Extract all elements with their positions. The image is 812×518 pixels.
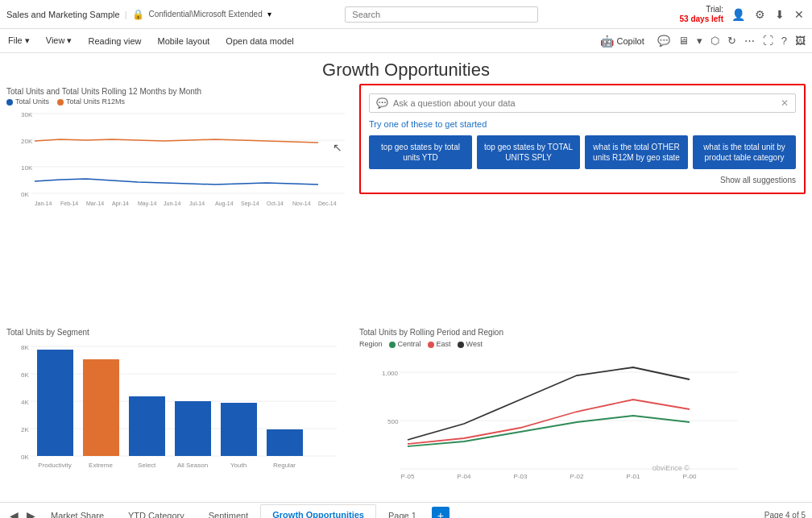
top-bar: Sales and Marketing Sample | 🔒 Confident… xyxy=(0,0,812,29)
svg-text:P-02: P-02 xyxy=(570,473,584,480)
svg-text:500: 500 xyxy=(387,418,399,425)
page-info: Page 4 of 5 xyxy=(764,511,806,518)
svg-rect-41 xyxy=(267,429,303,456)
bar-chart-title: Total Units by Segment xyxy=(6,328,353,337)
qa-suggestions: top geo states by total units YTD top ge… xyxy=(369,135,796,169)
svg-rect-39 xyxy=(221,403,257,456)
svg-text:20K: 20K xyxy=(21,138,33,145)
top-icons: 👤 ⚙ ⬇ ✕ xyxy=(730,6,806,23)
qa-show-all[interactable]: Show all suggestions xyxy=(369,176,796,184)
qa-input[interactable] xyxy=(393,98,776,108)
svg-text:Jun-14: Jun-14 xyxy=(164,201,181,206)
menu-right-icons: 💬 🖥 ▾ ⬡ ↻ ⋯ ⛶ ? 🖼 xyxy=(657,35,806,47)
tab-prev-button[interactable]: ◀ xyxy=(6,508,22,519)
tab-market-share[interactable]: Market Share xyxy=(39,504,116,519)
menu-open-data-model[interactable]: Open data model xyxy=(224,33,295,49)
svg-text:4K: 4K xyxy=(21,399,29,406)
download-icon[interactable]: ⬇ xyxy=(773,6,786,23)
bottom-row: Total Units by Segment 8K 6K 4K 2K 0K Pr… xyxy=(0,325,812,502)
account-icon[interactable]: 👤 xyxy=(730,6,747,23)
top-line-chart: Total Units and Total Units Rolling 12 M… xyxy=(6,84,353,229)
svg-text:obviEnce ©: obviEnce © xyxy=(652,464,690,472)
menu-mobile-layout[interactable]: Mobile layout xyxy=(156,33,212,49)
app-title: Sales and Marketing Sample xyxy=(6,10,120,19)
qa-suggestion-1[interactable]: top geo states by total units YTD xyxy=(369,135,472,169)
top-line-chart-svg: 30K 20K 10K 0K Jan-14 Feb-14 M xyxy=(6,107,353,224)
svg-text:All Season: All Season xyxy=(177,462,208,469)
svg-text:Jul-14: Jul-14 xyxy=(189,201,205,206)
line-chart-legend: Region Central East West xyxy=(359,340,806,348)
svg-text:2K: 2K xyxy=(21,426,29,433)
qa-close-icon[interactable]: ✕ xyxy=(781,97,789,109)
svg-rect-33 xyxy=(83,359,119,456)
qa-box: 💬 ✕ Try one of these to get started top … xyxy=(359,84,806,194)
svg-rect-31 xyxy=(37,350,73,456)
chevron-icon[interactable]: ▾ xyxy=(697,35,702,47)
bottom-tabs: ◀ ▶ Market Share YTD Category Sentiment … xyxy=(0,502,812,518)
tab-page1[interactable]: Page 1 xyxy=(376,504,429,519)
svg-text:Productivity: Productivity xyxy=(38,462,71,469)
svg-text:8K: 8K xyxy=(21,344,29,351)
menu-view[interactable]: View ▾ xyxy=(44,32,74,49)
image-icon[interactable]: 🖼 xyxy=(795,35,806,47)
qa-icon: 💬 xyxy=(376,97,388,109)
copilot-button[interactable]: 🤖 Copilot xyxy=(600,35,644,48)
svg-text:May-14: May-14 xyxy=(138,201,156,207)
svg-text:P-05: P-05 xyxy=(401,473,415,480)
left-panel: Total Units and Total Units Rolling 12 M… xyxy=(6,84,353,325)
fullscreen-icon[interactable]: ⛶ xyxy=(763,35,773,47)
svg-text:Extreme: Extreme xyxy=(89,462,113,469)
svg-text:Mar-14: Mar-14 xyxy=(86,201,104,206)
dropdown-icon[interactable]: ▾ xyxy=(267,10,271,19)
monitor-icon[interactable]: 🖥 xyxy=(678,35,689,47)
svg-text:6K: 6K xyxy=(21,371,29,379)
app-brand: Sales and Marketing Sample | 🔒 Confident… xyxy=(6,9,271,20)
search-input[interactable] xyxy=(345,6,538,23)
svg-text:P-00: P-00 xyxy=(683,473,697,480)
qa-suggestion-2[interactable]: top geo states by TOTAL UNITS SPLY xyxy=(477,135,580,169)
right-panel: 💬 ✕ Try one of these to get started top … xyxy=(359,84,806,325)
svg-rect-37 xyxy=(175,401,211,456)
svg-text:Apr-14: Apr-14 xyxy=(112,201,129,207)
bar-chart-area: Total Units by Segment 8K 6K 4K 2K 0K Pr… xyxy=(6,328,353,502)
tab-next-button[interactable]: ▶ xyxy=(23,508,39,519)
svg-text:Aug-14: Aug-14 xyxy=(215,201,234,207)
settings-icon[interactable]: ⚙ xyxy=(753,6,767,23)
main-content: Total Units and Total Units Rolling 12 M… xyxy=(0,84,812,502)
confidential-label: Confidential\Microsoft Extended xyxy=(149,10,263,19)
svg-text:Sep-14: Sep-14 xyxy=(241,201,259,207)
svg-text:P-03: P-03 xyxy=(514,473,528,480)
refresh-icon[interactable]: ↻ xyxy=(727,35,736,47)
svg-text:Jan-14: Jan-14 xyxy=(35,201,52,206)
question-icon[interactable]: ? xyxy=(781,35,787,47)
menu-bar: File ▾ View ▾ Reading view Mobile layout… xyxy=(0,29,812,53)
svg-text:↖: ↖ xyxy=(333,141,342,154)
tab-sentiment[interactable]: Sentiment xyxy=(197,504,261,519)
top-chart-title: Total Units and Total Units Rolling 12 M… xyxy=(6,87,353,96)
more-icon[interactable]: ⋯ xyxy=(744,35,755,47)
close-icon[interactable]: ✕ xyxy=(793,6,806,23)
svg-text:0K: 0K xyxy=(21,454,29,461)
share-icon[interactable]: ⬡ xyxy=(710,35,719,47)
tab-add-button[interactable]: + xyxy=(432,507,450,519)
svg-text:1,000: 1,000 xyxy=(382,370,399,377)
svg-text:Select: Select xyxy=(138,462,156,469)
qa-input-row: 💬 ✕ xyxy=(369,93,796,113)
tab-ytd-category[interactable]: YTD Category xyxy=(116,504,197,519)
menu-reading-view[interactable]: Reading view xyxy=(86,33,143,49)
qa-suggestion-4[interactable]: what is the total unit by product table … xyxy=(693,135,796,169)
chat-icon[interactable]: 💬 xyxy=(657,35,670,47)
top-bar-right: Trial: 53 days left 👤 ⚙ ⬇ ✕ xyxy=(680,5,806,24)
svg-text:Nov-14: Nov-14 xyxy=(292,201,311,206)
tab-growth-opportunities[interactable]: Growth Opportunities xyxy=(260,504,376,519)
svg-text:Oct-14: Oct-14 xyxy=(267,201,284,206)
svg-text:0K: 0K xyxy=(21,191,29,198)
svg-text:P-01: P-01 xyxy=(627,473,640,480)
qa-prompt: Try one of these to get started xyxy=(369,119,796,129)
svg-text:10K: 10K xyxy=(21,164,33,172)
menu-file[interactable]: File ▾ xyxy=(6,32,31,49)
qa-suggestion-3[interactable]: what is the total OTHER units R12M by ge… xyxy=(585,135,688,169)
search-bar xyxy=(345,6,538,23)
top-chart-legend: Total Units Total Units R12Ms xyxy=(6,97,353,106)
trial-badge: Trial: 53 days left xyxy=(680,5,723,24)
